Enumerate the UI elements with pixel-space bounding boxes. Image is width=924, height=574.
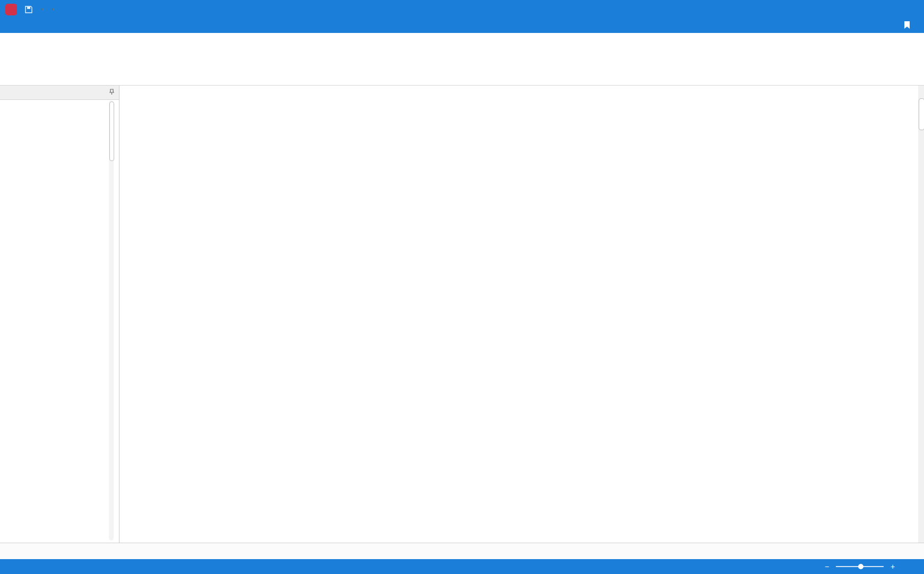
bill-element-tree — [0, 100, 119, 543]
zoom-out-button[interactable]: − — [823, 562, 831, 571]
bookmark-icon[interactable] — [904, 21, 910, 31]
title-bar: ▾ ▾ — [0, 0, 924, 19]
zoom-in-button[interactable]: + — [889, 562, 896, 571]
sidebar — [0, 86, 119, 543]
table-scrollbar[interactable] — [918, 86, 924, 543]
pin-icon[interactable] — [109, 89, 115, 97]
status-bar: − + — [0, 559, 924, 574]
table-scrollbar-thumb[interactable] — [919, 98, 924, 130]
window-controls — [851, 0, 924, 19]
sidebar-header — [0, 86, 119, 100]
close-button[interactable] — [900, 0, 924, 19]
quick-access-toolbar: ▾ ▾ — [0, 4, 62, 15]
main-area — [0, 86, 924, 543]
ribbon-tab-strip — [0, 19, 924, 33]
zoom-slider-thumb[interactable] — [858, 564, 863, 569]
ribbon — [0, 33, 924, 86]
sidebar-scrollbar[interactable] — [109, 100, 114, 541]
application-window: ▾ ▾ — [0, 0, 924, 574]
redo-icon[interactable]: ▾ — [51, 7, 54, 12]
maximize-button[interactable] — [875, 0, 900, 19]
sidebar-scrollbar-thumb[interactable] — [109, 102, 114, 161]
undo-icon[interactable]: ▾ — [40, 7, 44, 12]
zoom-controls: − + — [823, 562, 920, 571]
zoom-slider[interactable] — [836, 566, 884, 567]
save-icon[interactable] — [24, 5, 33, 14]
app-logo-icon[interactable] — [5, 4, 17, 15]
minimize-button[interactable] — [851, 0, 875, 19]
grid-area — [119, 86, 924, 543]
sheet-tabs — [0, 543, 924, 559]
